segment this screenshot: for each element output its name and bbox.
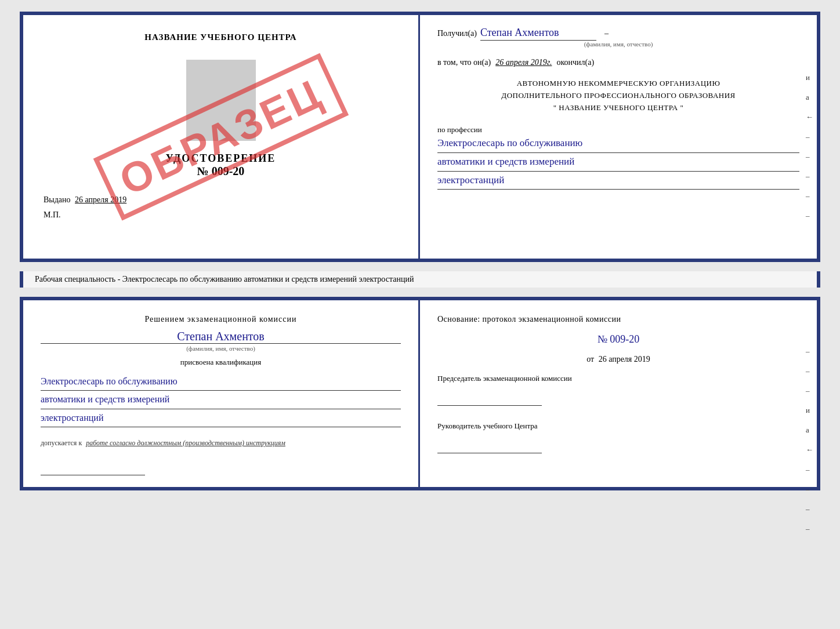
qual-line1: Электрослесарь по обслуживанию xyxy=(41,373,401,391)
director-sign-line xyxy=(437,436,542,453)
profession-line3: электростанций xyxy=(437,172,799,190)
org-line1: АВТОНОМНУЮ НЕКОММЕРЧЕСКУЮ ОРГАНИЗАЦИЮ xyxy=(517,79,720,88)
allowed-italic: работе согласно должностным (производств… xyxy=(86,439,285,447)
qual-line3: электростанций xyxy=(41,409,401,427)
chairman-sign-line xyxy=(437,388,542,406)
org-line2: ДОПОЛНИТЕЛЬНОГО ПРОФЕССИОНАЛЬНОГО ОБРАЗО… xyxy=(501,91,735,100)
cert-number-area: УДОСТОВЕРЕНИЕ № 009-20 xyxy=(166,152,276,178)
org-block: АВТОНОМНУЮ НЕКОММЕРЧЕСКУЮ ОРГАНИЗАЦИЮ ДО… xyxy=(437,78,799,114)
chairman-text: Председатель экзаменационной комиссии xyxy=(437,374,572,383)
commission-name: Степан Ахментов xyxy=(41,330,401,343)
bottom-document: Решением экзаменационной комиссии Степан… xyxy=(20,297,820,490)
date-value: 26 апреля 2019г. xyxy=(495,58,552,67)
top-document: НАЗВАНИЕ УЧЕБНОГО ЦЕНТРА УДОСТОВЕРЕНИЕ №… xyxy=(20,12,820,262)
profession-label: по профессии xyxy=(437,125,482,134)
top-doc-left: НАЗВАНИЕ УЧЕБНОГО ЦЕНТРА УДОСТОВЕРЕНИЕ №… xyxy=(23,15,420,259)
org-line3: " НАЗВАНИЕ УЧЕБНОГО ЦЕНТРА " xyxy=(553,103,684,112)
specialty-text: Рабочая специальность - Электрослесарь п… xyxy=(35,275,414,283)
issued-label: Выдано xyxy=(44,195,71,204)
basis-title: Основание: протокол экзаменационной коми… xyxy=(437,315,799,324)
received-name: Степан Ахментов xyxy=(480,27,596,41)
bottom-doc-left: Решением экзаменационной комиссии Степан… xyxy=(23,300,420,487)
fio-sub-top: (фамилия, имя, отчество) xyxy=(437,41,799,48)
side-marks-top: и а ← – – – – – xyxy=(806,73,813,220)
top-left-title: НАЗВАНИЕ УЧЕБНОГО ЦЕНТРА xyxy=(144,32,296,42)
photo-placeholder xyxy=(186,60,256,141)
issued-date-value: 26 апреля 2019 xyxy=(75,195,126,204)
date-line: в том, что он(а) 26 апреля 2019г. окончи… xyxy=(437,58,799,67)
commission-title: Решением экзаменационной комиссии xyxy=(41,315,401,324)
qual-block: Электрослесарь по обслуживанию автоматик… xyxy=(41,373,401,427)
director-text: Руководитель учебного Центра xyxy=(437,421,538,430)
mp-label: М.П. xyxy=(38,210,404,220)
received-line: Получил(а) Степан Ахментов – (фамилия, и… xyxy=(437,27,799,48)
cert-no: № 009-20 xyxy=(166,165,276,178)
received-label: Получил(а) xyxy=(437,29,477,38)
protocol-date-value: 26 апреля 2019 xyxy=(599,355,650,363)
chairman-label: Председатель экзаменационной комиссии xyxy=(437,373,799,406)
bottom-doc-right: Основание: протокол экзаменационной коми… xyxy=(420,300,817,487)
cert-udost-label: УДОСТОВЕРЕНИЕ xyxy=(166,152,276,165)
director-label: Руководитель учебного Центра xyxy=(437,421,799,453)
profession-block: по профессии Электрослесарь по обслужива… xyxy=(437,124,799,190)
bottom-left-sign-line xyxy=(41,458,145,475)
profession-line2: автоматики и средств измерений xyxy=(437,153,799,172)
allowed-label: допускается к xyxy=(41,439,82,447)
qual-line2: автоматики и средств измерений xyxy=(41,391,401,409)
protocol-date-pre: от xyxy=(586,355,594,363)
protocol-date: от 26 апреля 2019 xyxy=(437,355,799,364)
issued-date: Выдано 26 апреля 2019 xyxy=(38,195,404,205)
top-doc-right: Получил(а) Степан Ахментов – (фамилия, и… xyxy=(420,15,817,259)
fio-sub-bottom: (фамилия, имя, отчество) xyxy=(41,343,401,352)
protocol-no: № 009-20 xyxy=(437,333,799,346)
finished-label: окончил(а) xyxy=(556,58,594,67)
profession-line1: Электрослесарь по обслуживанию xyxy=(437,134,799,153)
assigned-label: присвоена квалификация xyxy=(41,358,401,367)
allowed-block: допускается к работе согласно должностны… xyxy=(41,439,401,448)
in-that-label: в том, что он(а) xyxy=(437,58,491,67)
side-marks-bottom: – – – и а ← – – – – xyxy=(806,347,813,533)
specialty-strip: Рабочая специальность - Электрослесарь п… xyxy=(20,271,820,288)
